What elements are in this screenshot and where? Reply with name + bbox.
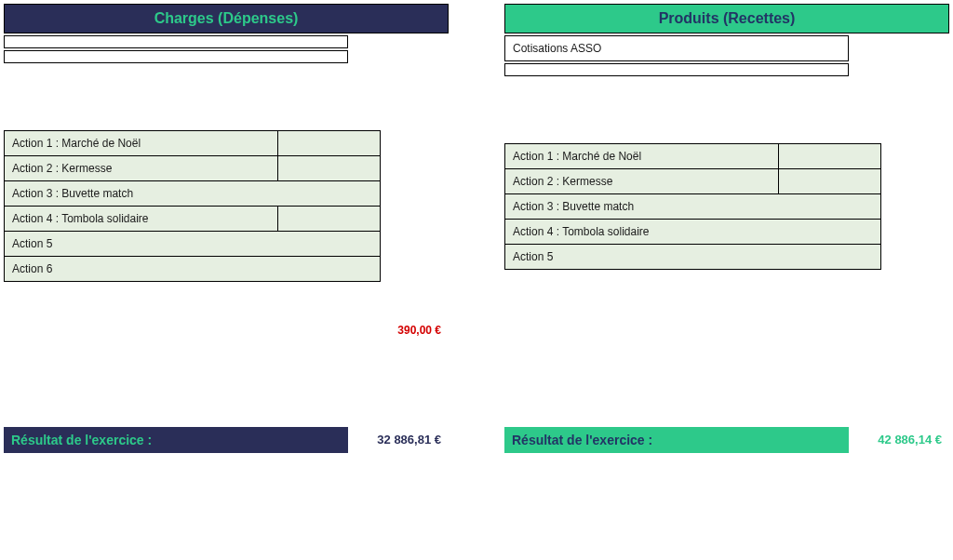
cell-amount-negative: 390,00 € (309, 324, 449, 337)
charges-column: Charges (Dépenses) Action 1 : Marché de … (4, 4, 449, 460)
table-row: Action 4 : Tombola solidaire (4, 207, 381, 232)
charges-header: Charges (Dépenses) (4, 4, 449, 33)
cell-label (4, 50, 348, 63)
table-row (4, 50, 449, 63)
result-amount: 32 886,81 € (348, 427, 449, 453)
produits-column: Produits (Recettes) Cotisations ASSO Act… (504, 4, 949, 460)
result-label: Résultat de l'exercice : (504, 427, 849, 453)
charges-result-row: Résultat de l'exercice : 32 886,81 € (4, 427, 449, 453)
cell-amount (278, 156, 381, 181)
cell-amount (779, 169, 881, 194)
produits-actions-group: Action 1 : Marché de Noël Action 2 : Ker… (504, 143, 881, 270)
table-row: Action 3 : Buvette match (4, 181, 381, 207)
cell-label: Action 5 (504, 245, 881, 270)
charges-mid-row: 390,00 € (4, 319, 449, 341)
table-row: Action 1 : Marché de Noël (504, 143, 881, 169)
cell-amount (779, 143, 881, 169)
cell-label: Action 3 : Buvette match (504, 194, 881, 220)
cell-label: Action 4 : Tombola solidaire (4, 207, 278, 232)
table-row: Action 2 : Kermesse (4, 156, 381, 181)
result-amount: 42 886,14 € (849, 427, 949, 453)
table-row: Action 5 (4, 232, 381, 257)
cell-label: Action 2 : Kermesse (4, 156, 278, 181)
table-row: Action 1 : Marché de Noël (4, 130, 381, 156)
cell-label: Action 1 : Marché de Noël (4, 130, 278, 156)
table-row: Action 3 : Buvette match (504, 194, 881, 220)
table-row: Action 5 (504, 245, 881, 270)
table-row: Action 4 : Tombola solidaire (504, 220, 881, 245)
cell-label: Action 5 (4, 232, 381, 257)
cell-label: Cotisations ASSO (504, 35, 849, 61)
charges-actions-group: Action 1 : Marché de Noël Action 2 : Ker… (4, 130, 381, 282)
cell-label: Action 6 (4, 257, 381, 282)
cell-amount (278, 130, 381, 156)
cell-label: Action 3 : Buvette match (4, 181, 381, 207)
charges-top-group (4, 35, 449, 63)
cell-label (4, 35, 348, 48)
table-row: Action 6 (4, 257, 381, 282)
table-row: Cotisations ASSO (504, 35, 949, 61)
table-row: Action 2 : Kermesse (504, 169, 881, 194)
produits-result-row: Résultat de l'exercice : 42 886,14 € (504, 427, 949, 453)
produits-header: Produits (Recettes) (504, 4, 949, 33)
cell-label (504, 63, 849, 76)
cell-label: Action 4 : Tombola solidaire (504, 220, 881, 245)
cell-label: Action 2 : Kermesse (504, 169, 779, 194)
cell-label: Action 1 : Marché de Noël (504, 143, 779, 169)
table-row (504, 63, 949, 76)
cell-amount (278, 207, 381, 232)
produits-top-group: Cotisations ASSO (504, 35, 949, 76)
result-label: Résultat de l'exercice : (4, 427, 348, 453)
budget-two-columns: Charges (Dépenses) Action 1 : Marché de … (0, 0, 953, 460)
table-row (4, 35, 449, 48)
